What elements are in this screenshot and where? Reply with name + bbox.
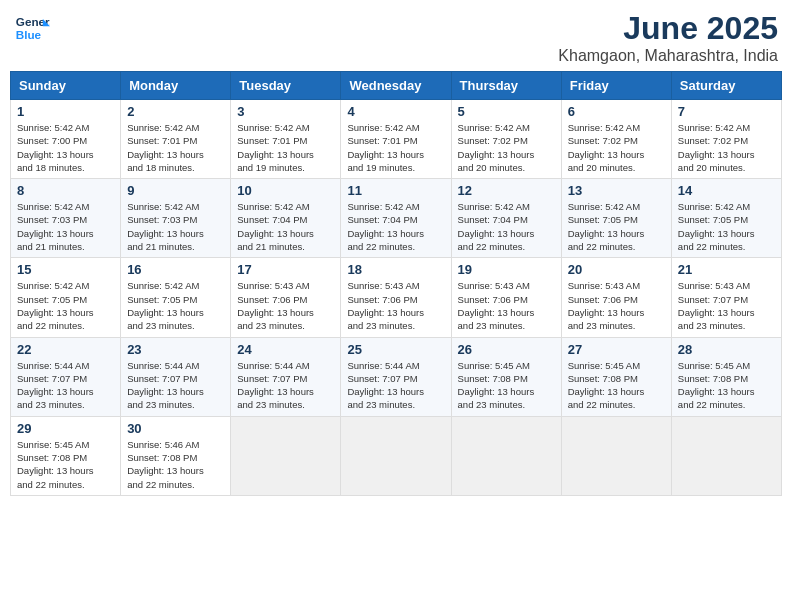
calendar-header-row: Sunday Monday Tuesday Wednesday Thursday… — [11, 72, 782, 100]
day-info: Sunrise: 5:42 AM Sunset: 7:02 PM Dayligh… — [568, 121, 665, 174]
day-number: 7 — [678, 104, 775, 119]
day-info: Sunrise: 5:42 AM Sunset: 7:04 PM Dayligh… — [237, 200, 334, 253]
day-number: 11 — [347, 183, 444, 198]
day-info: Sunrise: 5:42 AM Sunset: 7:01 PM Dayligh… — [347, 121, 444, 174]
calendar-week-3: 15Sunrise: 5:42 AM Sunset: 7:05 PM Dayli… — [11, 258, 782, 337]
logo: General Blue — [14, 10, 50, 46]
col-friday: Friday — [561, 72, 671, 100]
day-info: Sunrise: 5:43 AM Sunset: 7:06 PM Dayligh… — [237, 279, 334, 332]
calendar-cell: 21Sunrise: 5:43 AM Sunset: 7:07 PM Dayli… — [671, 258, 781, 337]
day-number: 17 — [237, 262, 334, 277]
day-number: 14 — [678, 183, 775, 198]
calendar-cell: 3Sunrise: 5:42 AM Sunset: 7:01 PM Daylig… — [231, 100, 341, 179]
page-header: General Blue June 2025 Khamgaon, Maharas… — [10, 10, 782, 65]
day-number: 19 — [458, 262, 555, 277]
day-info: Sunrise: 5:42 AM Sunset: 7:02 PM Dayligh… — [678, 121, 775, 174]
day-number: 26 — [458, 342, 555, 357]
svg-text:Blue: Blue — [16, 28, 42, 41]
calendar-cell: 23Sunrise: 5:44 AM Sunset: 7:07 PM Dayli… — [121, 337, 231, 416]
day-info: Sunrise: 5:42 AM Sunset: 7:05 PM Dayligh… — [678, 200, 775, 253]
day-number: 9 — [127, 183, 224, 198]
calendar-title: June 2025 — [558, 10, 778, 47]
day-info: Sunrise: 5:43 AM Sunset: 7:06 PM Dayligh… — [568, 279, 665, 332]
calendar-week-1: 1Sunrise: 5:42 AM Sunset: 7:00 PM Daylig… — [11, 100, 782, 179]
day-number: 27 — [568, 342, 665, 357]
day-info: Sunrise: 5:42 AM Sunset: 7:01 PM Dayligh… — [127, 121, 224, 174]
calendar-cell: 16Sunrise: 5:42 AM Sunset: 7:05 PM Dayli… — [121, 258, 231, 337]
calendar-cell: 13Sunrise: 5:42 AM Sunset: 7:05 PM Dayli… — [561, 179, 671, 258]
day-info: Sunrise: 5:43 AM Sunset: 7:07 PM Dayligh… — [678, 279, 775, 332]
calendar-cell: 27Sunrise: 5:45 AM Sunset: 7:08 PM Dayli… — [561, 337, 671, 416]
calendar-week-2: 8Sunrise: 5:42 AM Sunset: 7:03 PM Daylig… — [11, 179, 782, 258]
calendar-cell: 26Sunrise: 5:45 AM Sunset: 7:08 PM Dayli… — [451, 337, 561, 416]
col-monday: Monday — [121, 72, 231, 100]
calendar-cell: 7Sunrise: 5:42 AM Sunset: 7:02 PM Daylig… — [671, 100, 781, 179]
day-number: 30 — [127, 421, 224, 436]
calendar-cell: 25Sunrise: 5:44 AM Sunset: 7:07 PM Dayli… — [341, 337, 451, 416]
day-info: Sunrise: 5:42 AM Sunset: 7:00 PM Dayligh… — [17, 121, 114, 174]
day-info: Sunrise: 5:44 AM Sunset: 7:07 PM Dayligh… — [237, 359, 334, 412]
calendar-cell: 1Sunrise: 5:42 AM Sunset: 7:00 PM Daylig… — [11, 100, 121, 179]
day-info: Sunrise: 5:42 AM Sunset: 7:02 PM Dayligh… — [458, 121, 555, 174]
day-number: 12 — [458, 183, 555, 198]
day-info: Sunrise: 5:45 AM Sunset: 7:08 PM Dayligh… — [678, 359, 775, 412]
calendar-cell: 9Sunrise: 5:42 AM Sunset: 7:03 PM Daylig… — [121, 179, 231, 258]
day-info: Sunrise: 5:45 AM Sunset: 7:08 PM Dayligh… — [568, 359, 665, 412]
day-info: Sunrise: 5:46 AM Sunset: 7:08 PM Dayligh… — [127, 438, 224, 491]
day-info: Sunrise: 5:43 AM Sunset: 7:06 PM Dayligh… — [347, 279, 444, 332]
calendar-cell: 12Sunrise: 5:42 AM Sunset: 7:04 PM Dayli… — [451, 179, 561, 258]
calendar-cell: 22Sunrise: 5:44 AM Sunset: 7:07 PM Dayli… — [11, 337, 121, 416]
day-number: 8 — [17, 183, 114, 198]
day-number: 5 — [458, 104, 555, 119]
day-info: Sunrise: 5:45 AM Sunset: 7:08 PM Dayligh… — [17, 438, 114, 491]
day-info: Sunrise: 5:43 AM Sunset: 7:06 PM Dayligh… — [458, 279, 555, 332]
col-saturday: Saturday — [671, 72, 781, 100]
day-number: 29 — [17, 421, 114, 436]
calendar-cell: 15Sunrise: 5:42 AM Sunset: 7:05 PM Dayli… — [11, 258, 121, 337]
day-number: 28 — [678, 342, 775, 357]
calendar-cell: 5Sunrise: 5:42 AM Sunset: 7:02 PM Daylig… — [451, 100, 561, 179]
calendar-cell: 17Sunrise: 5:43 AM Sunset: 7:06 PM Dayli… — [231, 258, 341, 337]
day-number: 16 — [127, 262, 224, 277]
calendar-cell: 10Sunrise: 5:42 AM Sunset: 7:04 PM Dayli… — [231, 179, 341, 258]
calendar-cell: 8Sunrise: 5:42 AM Sunset: 7:03 PM Daylig… — [11, 179, 121, 258]
day-info: Sunrise: 5:42 AM Sunset: 7:04 PM Dayligh… — [458, 200, 555, 253]
calendar-cell: 29Sunrise: 5:45 AM Sunset: 7:08 PM Dayli… — [11, 416, 121, 495]
day-number: 4 — [347, 104, 444, 119]
calendar-cell: 6Sunrise: 5:42 AM Sunset: 7:02 PM Daylig… — [561, 100, 671, 179]
day-number: 6 — [568, 104, 665, 119]
calendar-cell — [231, 416, 341, 495]
col-wednesday: Wednesday — [341, 72, 451, 100]
logo-icon: General Blue — [14, 10, 50, 46]
title-block: June 2025 Khamgaon, Maharashtra, India — [558, 10, 778, 65]
col-tuesday: Tuesday — [231, 72, 341, 100]
day-number: 20 — [568, 262, 665, 277]
day-number: 1 — [17, 104, 114, 119]
calendar-week-5: 29Sunrise: 5:45 AM Sunset: 7:08 PM Dayli… — [11, 416, 782, 495]
day-number: 23 — [127, 342, 224, 357]
day-number: 18 — [347, 262, 444, 277]
day-number: 22 — [17, 342, 114, 357]
calendar-cell: 19Sunrise: 5:43 AM Sunset: 7:06 PM Dayli… — [451, 258, 561, 337]
day-info: Sunrise: 5:42 AM Sunset: 7:03 PM Dayligh… — [127, 200, 224, 253]
calendar-table: Sunday Monday Tuesday Wednesday Thursday… — [10, 71, 782, 496]
day-info: Sunrise: 5:42 AM Sunset: 7:05 PM Dayligh… — [127, 279, 224, 332]
day-info: Sunrise: 5:42 AM Sunset: 7:05 PM Dayligh… — [568, 200, 665, 253]
col-sunday: Sunday — [11, 72, 121, 100]
day-info: Sunrise: 5:42 AM Sunset: 7:01 PM Dayligh… — [237, 121, 334, 174]
calendar-location: Khamgaon, Maharashtra, India — [558, 47, 778, 65]
calendar-cell: 18Sunrise: 5:43 AM Sunset: 7:06 PM Dayli… — [341, 258, 451, 337]
day-number: 10 — [237, 183, 334, 198]
col-thursday: Thursday — [451, 72, 561, 100]
calendar-cell: 4Sunrise: 5:42 AM Sunset: 7:01 PM Daylig… — [341, 100, 451, 179]
day-number: 13 — [568, 183, 665, 198]
day-info: Sunrise: 5:44 AM Sunset: 7:07 PM Dayligh… — [347, 359, 444, 412]
calendar-cell — [561, 416, 671, 495]
day-number: 25 — [347, 342, 444, 357]
day-info: Sunrise: 5:44 AM Sunset: 7:07 PM Dayligh… — [17, 359, 114, 412]
calendar-cell: 14Sunrise: 5:42 AM Sunset: 7:05 PM Dayli… — [671, 179, 781, 258]
day-number: 15 — [17, 262, 114, 277]
day-info: Sunrise: 5:42 AM Sunset: 7:04 PM Dayligh… — [347, 200, 444, 253]
calendar-cell: 20Sunrise: 5:43 AM Sunset: 7:06 PM Dayli… — [561, 258, 671, 337]
day-number: 21 — [678, 262, 775, 277]
